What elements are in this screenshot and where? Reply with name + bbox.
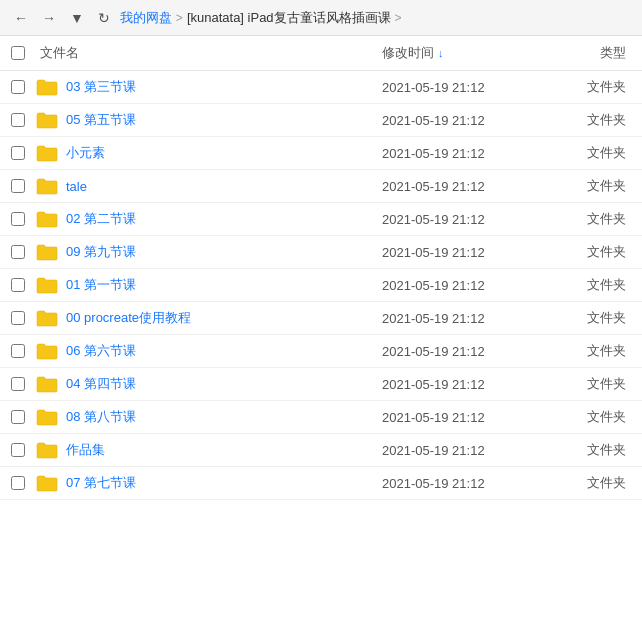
table-row[interactable]: 04 第四节课2021-05-19 21:12文件夹 bbox=[0, 368, 642, 401]
row-checkbox-cell[interactable] bbox=[0, 410, 36, 424]
row-type-cell: 文件夹 bbox=[562, 276, 642, 294]
row-date-cell: 2021-05-19 21:12 bbox=[382, 245, 562, 260]
folder-icon bbox=[36, 408, 58, 426]
row-type-cell: 文件夹 bbox=[562, 375, 642, 393]
folder-icon bbox=[36, 309, 58, 327]
row-checkbox-cell[interactable] bbox=[0, 377, 36, 391]
row-date-cell: 2021-05-19 21:12 bbox=[382, 311, 562, 326]
back-button[interactable]: ← bbox=[10, 8, 32, 28]
row-checkbox-cell[interactable] bbox=[0, 476, 36, 490]
file-name[interactable]: 01 第一节课 bbox=[66, 276, 136, 294]
folder-icon bbox=[36, 276, 58, 294]
file-name[interactable]: 05 第五节课 bbox=[66, 111, 136, 129]
row-name-cell: 07 第七节课 bbox=[36, 474, 382, 492]
row-checkbox[interactable] bbox=[11, 212, 25, 226]
row-date-cell: 2021-05-19 21:12 bbox=[382, 212, 562, 227]
row-type-cell: 文件夹 bbox=[562, 177, 642, 195]
row-name-cell: 小元素 bbox=[36, 144, 382, 162]
row-checkbox[interactable] bbox=[11, 476, 25, 490]
row-checkbox[interactable] bbox=[11, 179, 25, 193]
row-name-cell: 03 第三节课 bbox=[36, 78, 382, 96]
row-checkbox[interactable] bbox=[11, 443, 25, 457]
row-type-cell: 文件夹 bbox=[562, 408, 642, 426]
row-name-cell: 02 第二节课 bbox=[36, 210, 382, 228]
file-name[interactable]: tale bbox=[66, 179, 87, 194]
table-header: 文件名 修改时间 ↓ 类型 bbox=[0, 36, 642, 71]
folder-icon bbox=[36, 474, 58, 492]
file-name[interactable]: 09 第九节课 bbox=[66, 243, 136, 261]
row-checkbox-cell[interactable] bbox=[0, 278, 36, 292]
sort-icon: ↓ bbox=[438, 47, 444, 59]
row-type-cell: 文件夹 bbox=[562, 78, 642, 96]
row-name-cell: 01 第一节课 bbox=[36, 276, 382, 294]
table-row[interactable]: 08 第八节课2021-05-19 21:12文件夹 bbox=[0, 401, 642, 434]
row-checkbox[interactable] bbox=[11, 113, 25, 127]
file-name[interactable]: 02 第二节课 bbox=[66, 210, 136, 228]
file-name[interactable]: 00 procreate使用教程 bbox=[66, 309, 191, 327]
row-name-cell: 08 第八节课 bbox=[36, 408, 382, 426]
row-checkbox[interactable] bbox=[11, 410, 25, 424]
row-type-cell: 文件夹 bbox=[562, 441, 642, 459]
folder-icon bbox=[36, 177, 58, 195]
folder-icon bbox=[36, 243, 58, 261]
row-date-cell: 2021-05-19 21:12 bbox=[382, 278, 562, 293]
breadcrumb-sep-1: > bbox=[176, 11, 183, 25]
table-row[interactable]: 作品集2021-05-19 21:12文件夹 bbox=[0, 434, 642, 467]
row-checkbox[interactable] bbox=[11, 80, 25, 94]
row-type-cell: 文件夹 bbox=[562, 309, 642, 327]
table-row[interactable]: 03 第三节课2021-05-19 21:12文件夹 bbox=[0, 71, 642, 104]
row-date-cell: 2021-05-19 21:12 bbox=[382, 344, 562, 359]
file-name[interactable]: 06 第六节课 bbox=[66, 342, 136, 360]
row-checkbox[interactable] bbox=[11, 344, 25, 358]
row-date-cell: 2021-05-19 21:12 bbox=[382, 410, 562, 425]
row-checkbox-cell[interactable] bbox=[0, 311, 36, 325]
file-list: 文件名 修改时间 ↓ 类型 03 第三节课2021-05-19 21:12文件夹… bbox=[0, 36, 642, 500]
row-name-cell: 作品集 bbox=[36, 441, 382, 459]
table-row[interactable]: 00 procreate使用教程2021-05-19 21:12文件夹 bbox=[0, 302, 642, 335]
row-checkbox[interactable] bbox=[11, 146, 25, 160]
row-date-cell: 2021-05-19 21:12 bbox=[382, 377, 562, 392]
row-checkbox-cell[interactable] bbox=[0, 344, 36, 358]
row-checkbox-cell[interactable] bbox=[0, 212, 36, 226]
row-checkbox-cell[interactable] bbox=[0, 80, 36, 94]
breadcrumb-home[interactable]: 我的网盘 bbox=[120, 9, 172, 27]
col-header-date[interactable]: 修改时间 ↓ bbox=[382, 44, 562, 62]
table-row[interactable]: 02 第二节课2021-05-19 21:12文件夹 bbox=[0, 203, 642, 236]
file-name[interactable]: 作品集 bbox=[66, 441, 105, 459]
table-row[interactable]: 05 第五节课2021-05-19 21:12文件夹 bbox=[0, 104, 642, 137]
folder-icon bbox=[36, 111, 58, 129]
breadcrumb-sep-2: > bbox=[395, 11, 402, 25]
refresh-button[interactable]: ↻ bbox=[94, 8, 114, 28]
row-checkbox-cell[interactable] bbox=[0, 245, 36, 259]
row-name-cell: 00 procreate使用教程 bbox=[36, 309, 382, 327]
row-type-cell: 文件夹 bbox=[562, 243, 642, 261]
row-checkbox[interactable] bbox=[11, 245, 25, 259]
select-all-checkbox[interactable] bbox=[11, 46, 25, 60]
table-row[interactable]: tale2021-05-19 21:12文件夹 bbox=[0, 170, 642, 203]
folder-icon bbox=[36, 210, 58, 228]
row-type-cell: 文件夹 bbox=[562, 474, 642, 492]
row-checkbox-cell[interactable] bbox=[0, 146, 36, 160]
row-checkbox[interactable] bbox=[11, 377, 25, 391]
file-name[interactable]: 07 第七节课 bbox=[66, 474, 136, 492]
row-name-cell: tale bbox=[36, 177, 382, 195]
row-type-cell: 文件夹 bbox=[562, 144, 642, 162]
file-name[interactable]: 小元素 bbox=[66, 144, 105, 162]
header-checkbox-cell[interactable] bbox=[0, 46, 36, 60]
row-checkbox[interactable] bbox=[11, 311, 25, 325]
row-checkbox-cell[interactable] bbox=[0, 179, 36, 193]
table-row[interactable]: 09 第九节课2021-05-19 21:12文件夹 bbox=[0, 236, 642, 269]
row-checkbox-cell[interactable] bbox=[0, 443, 36, 457]
table-row[interactable]: 小元素2021-05-19 21:12文件夹 bbox=[0, 137, 642, 170]
row-date-cell: 2021-05-19 21:12 bbox=[382, 146, 562, 161]
forward-button[interactable]: → bbox=[38, 8, 60, 28]
row-checkbox[interactable] bbox=[11, 278, 25, 292]
table-row[interactable]: 01 第一节课2021-05-19 21:12文件夹 bbox=[0, 269, 642, 302]
file-name[interactable]: 08 第八节课 bbox=[66, 408, 136, 426]
file-name[interactable]: 04 第四节课 bbox=[66, 375, 136, 393]
table-row[interactable]: 07 第七节课2021-05-19 21:12文件夹 bbox=[0, 467, 642, 500]
dropdown-button[interactable]: ▼ bbox=[66, 8, 88, 28]
file-name[interactable]: 03 第三节课 bbox=[66, 78, 136, 96]
table-row[interactable]: 06 第六节课2021-05-19 21:12文件夹 bbox=[0, 335, 642, 368]
row-checkbox-cell[interactable] bbox=[0, 113, 36, 127]
